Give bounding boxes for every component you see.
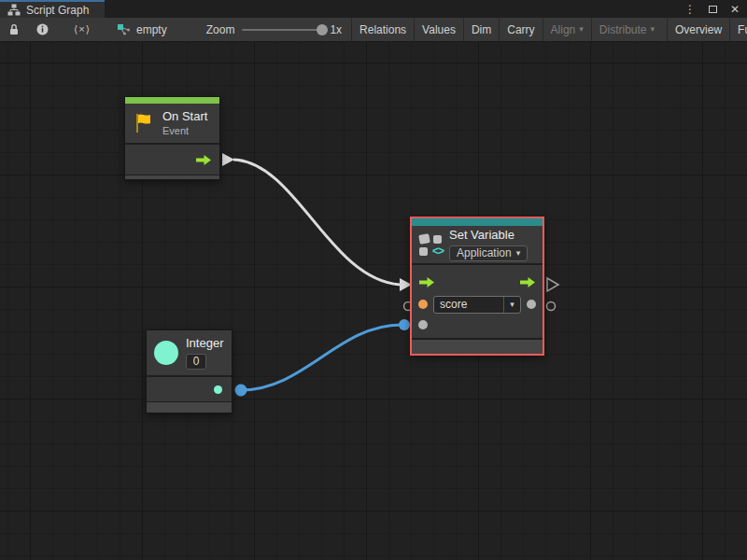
node-on-start[interactable]: On Start Event bbox=[124, 96, 220, 180]
node-subtitle: Event bbox=[162, 125, 207, 137]
lock-icon bbox=[8, 23, 20, 35]
breadcrumb-label: empty bbox=[136, 23, 167, 36]
relations-button[interactable]: Relations bbox=[351, 18, 414, 41]
zoom-slider-handle[interactable] bbox=[317, 24, 328, 35]
integer-value-field[interactable]: 0 bbox=[186, 354, 206, 370]
integer-output-port[interactable] bbox=[214, 385, 222, 394]
node-set-variable[interactable]: <> Set Variable Application ▾ bbox=[410, 217, 544, 356]
info-icon bbox=[36, 23, 49, 35]
align-dropdown-button[interactable]: Align ▾ bbox=[543, 18, 591, 41]
window-maximize-icon[interactable] bbox=[709, 6, 717, 13]
zoom-slider[interactable] bbox=[242, 29, 322, 31]
node-title: Integer bbox=[186, 336, 223, 351]
code-view-toggle[interactable]: ⟨×⟩ bbox=[57, 18, 107, 41]
flow-output-marker[interactable] bbox=[547, 278, 558, 291]
set-variable-icon: <> bbox=[419, 234, 443, 256]
value-output-marker[interactable] bbox=[547, 302, 556, 311]
graph-canvas[interactable]: On Start Event <> Set Variable Applicati… bbox=[0, 42, 747, 560]
graph-breadcrumb[interactable]: empty bbox=[107, 18, 176, 41]
tab-label: Script Graph bbox=[26, 4, 89, 17]
lock-button[interactable] bbox=[0, 18, 28, 41]
flow-output-marker[interactable] bbox=[222, 153, 234, 166]
window-menu-icon[interactable]: ⋮ bbox=[684, 4, 696, 15]
event-accent-bar bbox=[125, 97, 219, 104]
variable-accent-bar bbox=[412, 218, 543, 226]
node-footer bbox=[125, 175, 219, 179]
variable-name-dropdown-button[interactable]: ▾ bbox=[503, 297, 520, 313]
variable-name-value: score bbox=[434, 298, 503, 311]
node-footer bbox=[412, 340, 543, 354]
window-close-icon[interactable]: ✕ bbox=[730, 4, 740, 15]
info-button[interactable] bbox=[28, 18, 57, 41]
wire-layer bbox=[0, 42, 747, 560]
graph-toolbar: ⟨×⟩ empty Zoom 1x Relations Values Dim C… bbox=[0, 18, 747, 42]
fullscreen-button[interactable]: Full Screen bbox=[729, 18, 747, 41]
chevron-down-icon: ▾ bbox=[516, 249, 521, 258]
node-footer bbox=[147, 401, 232, 413]
distribute-dropdown-button[interactable]: Distribute ▾ bbox=[591, 18, 662, 41]
variable-kind-dropdown[interactable]: Application ▾ bbox=[449, 245, 528, 261]
zoom-value: 1x bbox=[330, 23, 342, 36]
variable-name-input-port[interactable] bbox=[418, 300, 428, 309]
value-input-port[interactable] bbox=[418, 320, 428, 329]
flow-output-port[interactable] bbox=[195, 154, 212, 166]
value-output-port[interactable] bbox=[527, 300, 536, 309]
node-title: On Start bbox=[162, 109, 207, 124]
graph-icon bbox=[117, 23, 131, 35]
carry-button[interactable]: Carry bbox=[499, 18, 542, 41]
flow-output-port[interactable] bbox=[519, 276, 536, 288]
variable-name-field[interactable]: score ▾ bbox=[433, 296, 521, 314]
tab-script-graph[interactable]: Script Graph bbox=[0, 0, 105, 18]
flag-icon bbox=[133, 112, 155, 134]
chevron-down-icon: ▾ bbox=[579, 25, 584, 34]
zoom-label: Zoom bbox=[206, 23, 235, 36]
node-integer[interactable]: Integer 0 bbox=[146, 329, 233, 413]
overview-button[interactable]: Overview bbox=[667, 18, 729, 41]
title-bar: Script Graph ⋮ ✕ bbox=[0, 0, 747, 18]
wire-integer-to-setvariable[interactable] bbox=[241, 325, 402, 390]
flow-input-port[interactable] bbox=[418, 276, 435, 288]
dim-button[interactable]: Dim bbox=[463, 18, 499, 41]
wire-onstart-to-setvariable[interactable] bbox=[233, 160, 400, 285]
values-button[interactable]: Values bbox=[414, 18, 463, 41]
graph-hierarchy-icon bbox=[7, 4, 21, 16]
chevron-down-icon: ▾ bbox=[651, 25, 655, 34]
integer-type-icon bbox=[154, 341, 178, 365]
node-title: Set Variable bbox=[449, 228, 528, 243]
